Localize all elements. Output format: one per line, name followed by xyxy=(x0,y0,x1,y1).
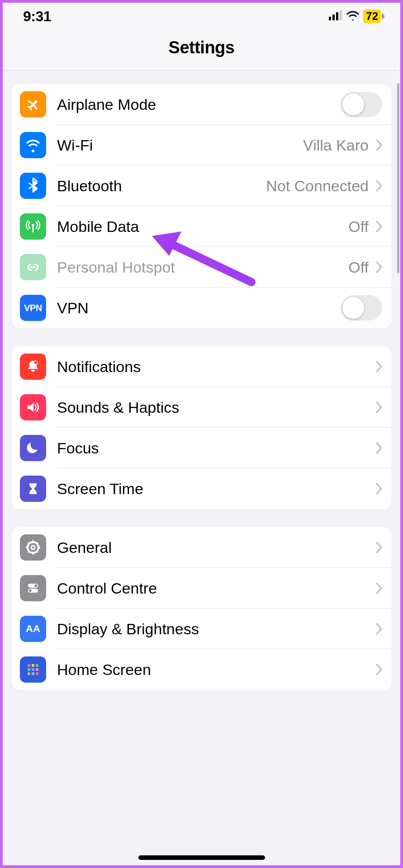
battery-level: 72 xyxy=(363,9,381,23)
row-general[interactable]: General xyxy=(12,527,391,568)
row-control-centre[interactable]: Control Centre xyxy=(12,568,391,609)
status-time: 9:31 xyxy=(23,8,51,25)
settings-group-alerts: Notifications Sounds & Haptics Focus xyxy=(12,346,391,509)
toggles-icon xyxy=(20,575,46,601)
bell-icon xyxy=(20,354,46,380)
svg-point-20 xyxy=(29,590,32,592)
row-bluetooth[interactable]: Bluetooth Not Connected xyxy=(12,165,391,206)
page-title: Settings xyxy=(3,38,400,57)
svg-rect-25 xyxy=(32,668,34,671)
row-display-brightness[interactable]: AA Display & Brightness xyxy=(12,609,391,649)
row-vpn[interactable]: VPN VPN xyxy=(12,288,391,328)
settings-group-general: General Control Centre AA Display & Brig… xyxy=(12,527,391,690)
chevron-right-icon xyxy=(376,483,382,495)
status-bar: 9:31 72 xyxy=(3,3,400,30)
chevron-right-icon xyxy=(376,442,382,454)
row-sounds-haptics[interactable]: Sounds & Haptics xyxy=(12,387,391,428)
svg-line-13 xyxy=(28,542,29,544)
row-personal-hotspot[interactable]: Personal Hotspot Off xyxy=(12,247,391,288)
chevron-right-icon xyxy=(376,542,382,553)
settings-group-network: Airplane Mode Wi-Fi Villa Karo Bluetooth… xyxy=(12,84,391,328)
moon-icon xyxy=(20,435,46,461)
row-value: Off xyxy=(348,259,373,276)
chevron-right-icon xyxy=(376,221,382,232)
row-label: Personal Hotspot xyxy=(57,259,175,276)
chevron-right-icon xyxy=(376,180,382,192)
svg-rect-24 xyxy=(28,668,30,671)
airplane-icon xyxy=(20,91,46,118)
svg-line-14 xyxy=(37,551,38,552)
svg-rect-2 xyxy=(336,12,338,20)
row-notifications[interactable]: Notifications xyxy=(12,346,391,387)
chevron-right-icon xyxy=(376,261,382,273)
row-label: General xyxy=(57,539,112,557)
row-label: Airplane Mode xyxy=(57,96,156,113)
wifi-settings-icon xyxy=(20,132,46,158)
svg-rect-3 xyxy=(340,10,342,20)
hotspot-icon xyxy=(20,254,46,280)
airplane-toggle[interactable] xyxy=(341,92,382,117)
svg-rect-5 xyxy=(33,225,34,232)
chevron-right-icon xyxy=(376,582,382,594)
row-label: Wi-Fi xyxy=(57,137,93,154)
svg-rect-29 xyxy=(36,672,38,675)
row-value: Off xyxy=(348,218,373,236)
speaker-icon xyxy=(20,394,46,420)
antenna-icon xyxy=(20,213,46,240)
svg-rect-1 xyxy=(332,14,335,20)
vpn-icon: VPN xyxy=(20,295,46,321)
svg-rect-23 xyxy=(36,664,38,667)
svg-rect-22 xyxy=(32,664,34,667)
row-value: Villa Karo xyxy=(303,137,373,154)
grid-icon xyxy=(20,656,46,683)
chevron-right-icon xyxy=(376,139,382,151)
hourglass-icon xyxy=(20,476,46,502)
svg-point-18 xyxy=(34,585,37,587)
row-focus[interactable]: Focus xyxy=(12,428,391,468)
row-mobile-data[interactable]: Mobile Data Off xyxy=(12,206,391,247)
svg-point-6 xyxy=(34,361,38,364)
chevron-right-icon xyxy=(376,664,382,675)
row-screen-time[interactable]: Screen Time xyxy=(12,468,391,509)
svg-line-16 xyxy=(37,542,38,544)
svg-rect-27 xyxy=(28,672,30,675)
svg-line-15 xyxy=(28,551,29,552)
nav-header: Settings xyxy=(3,30,400,71)
row-label: Mobile Data xyxy=(57,218,139,236)
battery-icon: 72 xyxy=(363,9,384,23)
row-wifi[interactable]: Wi-Fi Villa Karo xyxy=(12,125,391,165)
row-home-screen[interactable]: Home Screen xyxy=(12,649,391,690)
status-indicators: 72 xyxy=(329,9,384,23)
chevron-right-icon xyxy=(376,361,382,373)
cellular-icon xyxy=(329,10,342,22)
chevron-right-icon xyxy=(376,401,382,413)
gear-icon xyxy=(20,534,46,561)
home-indicator[interactable] xyxy=(138,855,265,860)
svg-rect-26 xyxy=(36,668,38,671)
bluetooth-icon xyxy=(20,173,46,199)
text-size-icon: AA xyxy=(20,616,46,642)
vpn-toggle[interactable] xyxy=(341,295,382,321)
svg-point-8 xyxy=(31,546,35,549)
scroll-indicator[interactable] xyxy=(397,83,399,273)
row-label: Control Centre xyxy=(57,580,157,597)
row-label: Bluetooth xyxy=(57,177,122,195)
row-label: Home Screen xyxy=(57,661,151,679)
svg-rect-28 xyxy=(32,672,34,675)
svg-rect-21 xyxy=(28,664,30,667)
row-label: Sounds & Haptics xyxy=(57,399,179,416)
chevron-right-icon xyxy=(376,623,382,635)
row-label: Display & Brightness xyxy=(57,620,199,638)
svg-rect-0 xyxy=(329,17,331,20)
row-label: VPN xyxy=(57,299,89,317)
wifi-icon xyxy=(346,10,360,22)
content: Airplane Mode Wi-Fi Villa Karo Bluetooth… xyxy=(3,84,400,690)
row-label: Screen Time xyxy=(57,480,143,498)
row-value: Not Connected xyxy=(266,177,373,195)
row-label: Notifications xyxy=(57,358,141,376)
row-label: Focus xyxy=(57,439,99,457)
row-airplane-mode[interactable]: Airplane Mode xyxy=(12,84,391,125)
